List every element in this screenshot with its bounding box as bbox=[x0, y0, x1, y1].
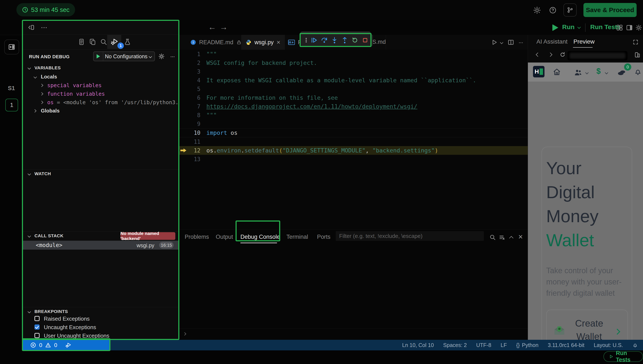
watch-header[interactable]: WATCH bbox=[35, 171, 51, 176]
line-number[interactable]: 5 bbox=[178, 86, 206, 92]
status-line-col[interactable]: Ln 10, Col 10 bbox=[402, 342, 434, 348]
split-editor-button[interactable] bbox=[508, 39, 514, 46]
console-search-button[interactable] bbox=[489, 234, 496, 240]
status-spaces[interactable]: Spaces: 2 bbox=[443, 342, 467, 348]
breakpoint-label[interactable]: User Uncaught Exceptions bbox=[44, 332, 109, 339]
run-tests-button[interactable]: Run Tests bbox=[603, 351, 643, 362]
sidebar-more-button[interactable] bbox=[41, 26, 47, 30]
theme-toggle-button[interactable] bbox=[533, 6, 541, 14]
preview-reload-button[interactable] bbox=[559, 52, 566, 58]
console-filter[interactable] bbox=[336, 231, 484, 241]
run-file-chevron-icon[interactable] bbox=[500, 41, 503, 44]
breakpoints-chevron-icon[interactable] bbox=[28, 310, 31, 314]
close-panel-button[interactable]: × bbox=[518, 232, 523, 241]
line-number[interactable]: 2 bbox=[178, 60, 206, 66]
globals-chevron-icon[interactable] bbox=[33, 109, 37, 113]
code-line[interactable]: 11 bbox=[178, 137, 528, 146]
variables-chevron-icon[interactable] bbox=[28, 66, 31, 70]
layout-grid-button[interactable] bbox=[616, 24, 623, 31]
line-number[interactable]: 3 bbox=[178, 68, 206, 75]
breakpoint-label[interactable]: Raised Exceptions bbox=[44, 316, 90, 322]
close-icon[interactable]: × bbox=[277, 39, 280, 46]
status-interpreter[interactable]: 3.11.0rc1 64-bit bbox=[548, 342, 584, 348]
code-line[interactable]: 10import os bbox=[178, 128, 528, 137]
code-line[interactable]: 8""" bbox=[178, 111, 528, 120]
variable-item[interactable]: function variables bbox=[47, 91, 105, 97]
tab-debug-console[interactable]: Debug Console bbox=[240, 234, 280, 240]
device-toggle-button[interactable] bbox=[634, 52, 640, 58]
code-line[interactable]: 2WSGI config for backend project. bbox=[178, 58, 528, 67]
stop-button[interactable] bbox=[362, 36, 369, 44]
tab-preview[interactable]: Preview bbox=[573, 38, 595, 45]
chevron-right-icon[interactable] bbox=[40, 101, 43, 104]
variable-item[interactable]: special variables bbox=[47, 82, 102, 88]
panel-toggle-button[interactable] bbox=[626, 24, 633, 31]
copy-tool-button[interactable] bbox=[89, 38, 96, 46]
preview-forward-button[interactable] bbox=[548, 52, 552, 57]
status-eol[interactable]: LF bbox=[501, 342, 507, 348]
step-out-button[interactable] bbox=[341, 36, 348, 44]
step-into-button[interactable] bbox=[331, 36, 338, 44]
line-number[interactable]: 7 bbox=[178, 103, 206, 110]
drag-handle-icon[interactable] bbox=[305, 38, 307, 43]
callstack-header[interactable]: CALL STACK bbox=[35, 233, 63, 238]
run-button[interactable]: Run bbox=[562, 24, 574, 30]
line-number[interactable]: 1 bbox=[178, 51, 206, 58]
settings-button[interactable] bbox=[635, 24, 642, 31]
callstack-frame-row[interactable]: <module> wsgi.py bbox=[23, 241, 178, 250]
people-chevron-icon[interactable] bbox=[585, 71, 589, 74]
breakpoints-header[interactable]: BREAKPOINTS bbox=[35, 309, 68, 314]
debug-config-dropdown[interactable]: No Configurations bbox=[93, 52, 155, 61]
currency-chevron-icon[interactable] bbox=[605, 71, 608, 74]
repl-prompt-icon[interactable] bbox=[183, 332, 186, 336]
tab-ports[interactable]: Ports bbox=[317, 234, 331, 240]
line-number[interactable]: 9 bbox=[178, 121, 206, 127]
line-number[interactable]: 10 bbox=[178, 130, 206, 136]
debug-more-button[interactable] bbox=[170, 55, 175, 58]
breakpoint-checkbox[interactable] bbox=[35, 324, 40, 330]
coins-nav-button[interactable] bbox=[617, 69, 627, 76]
question-1-button[interactable]: 1 bbox=[5, 99, 18, 112]
filter-input[interactable] bbox=[336, 233, 483, 240]
tab-wsgi[interactable]: wsgi.py × bbox=[241, 35, 285, 50]
code-line[interactable]: 3 bbox=[178, 67, 528, 76]
line-number[interactable]: 11 bbox=[178, 139, 206, 145]
breakpoint-checkbox[interactable] bbox=[35, 333, 40, 338]
status-layout[interactable]: Layout: U.S. bbox=[594, 342, 623, 348]
run-file-button[interactable] bbox=[491, 39, 497, 46]
bell-icon[interactable] bbox=[632, 342, 638, 348]
watch-chevron-icon[interactable] bbox=[28, 172, 31, 176]
callstack-chevron-icon[interactable] bbox=[28, 234, 31, 238]
continue-button[interactable] bbox=[310, 36, 318, 44]
locals-item[interactable]: Locals bbox=[41, 74, 57, 80]
debug-settings-button[interactable] bbox=[158, 53, 165, 60]
open-sidebar-button[interactable] bbox=[4, 40, 19, 54]
debug-tool-button[interactable] bbox=[111, 38, 118, 46]
create-wallet-card[interactable]: Create Wallet bbox=[546, 310, 628, 340]
step-over-button[interactable] bbox=[321, 36, 328, 44]
home-nav-button[interactable] bbox=[553, 68, 561, 76]
test-tool-button[interactable] bbox=[124, 38, 131, 46]
globals-item[interactable]: Globals bbox=[41, 108, 60, 114]
clear-console-button[interactable] bbox=[499, 234, 505, 240]
code-line[interactable]: 12os.environ.setdefault("DJANGO_SETTINGS… bbox=[178, 146, 528, 155]
code-line[interactable]: 7https://docs.djangoproject.com/en/1.11/… bbox=[178, 102, 528, 111]
nav-back-button[interactable]: ← bbox=[208, 22, 216, 32]
nav-forward-button[interactable]: → bbox=[220, 22, 228, 32]
tab-output[interactable]: Output bbox=[216, 234, 233, 240]
editor-more-button[interactable] bbox=[518, 41, 524, 44]
help-button[interactable] bbox=[549, 6, 557, 14]
code-line[interactable]: 5 bbox=[178, 84, 528, 93]
explorer-tool-button[interactable] bbox=[78, 38, 85, 46]
fullscreen-button[interactable] bbox=[632, 39, 638, 45]
people-nav-button[interactable] bbox=[573, 68, 583, 76]
run-play-icon[interactable] bbox=[552, 24, 558, 31]
tab-problems[interactable]: Problems bbox=[185, 234, 209, 240]
code-line[interactable]: 13 bbox=[178, 155, 528, 164]
breakpoint-label[interactable]: Uncaught Exceptions bbox=[44, 324, 96, 330]
line-number[interactable]: 13 bbox=[178, 156, 206, 162]
line-number[interactable]: 4 bbox=[178, 77, 206, 84]
currency-nav-button[interactable]: $ bbox=[596, 67, 601, 76]
maximize-panel-button[interactable] bbox=[509, 236, 513, 240]
breakpoint-checkbox[interactable] bbox=[35, 316, 40, 321]
